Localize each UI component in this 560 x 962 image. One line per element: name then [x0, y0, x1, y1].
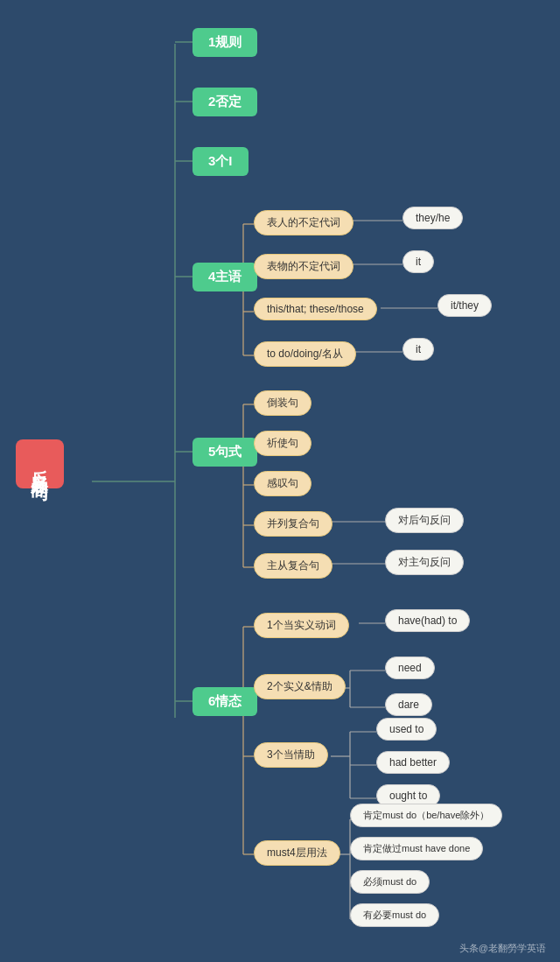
l3-node-5d: 对后句反问	[385, 508, 464, 533]
l3-node-6b1: need	[385, 657, 435, 679]
l2-node-6b: 2个实义&情助	[254, 674, 346, 699]
l1-node-5: 5句式	[192, 438, 257, 467]
l2-node-6d: must4层用法	[254, 840, 340, 866]
mind-map: 反义疑问句 1规则 2否定 3个I 4主语 5句式 6情态 表人的不定代词 表物…	[0, 0, 560, 962]
l3-node-5e: 对主句反问	[385, 550, 464, 575]
l2-node-5a: 倒装句	[254, 390, 312, 416]
l3-node-4a: they/he	[402, 207, 463, 229]
l2-node-4d: to do/doing/名从	[254, 341, 356, 367]
l3-node-6d2: 肯定做过must have done	[350, 837, 483, 860]
l3-node-6d3: 必须must do	[350, 870, 430, 894]
l2-node-5b: 祈使句	[254, 431, 312, 456]
l2-node-6a: 1个当实义动词	[254, 613, 349, 638]
l3-node-6a: have(had) to	[385, 609, 470, 632]
l2-node-6c: 3个当情助	[254, 742, 328, 768]
l3-node-4c: it/they	[438, 294, 492, 317]
l3-node-6c2: had better	[376, 751, 450, 774]
l2-node-4a: 表人的不定代词	[254, 210, 354, 235]
l1-node-6: 6情态	[192, 687, 257, 716]
l3-node-4b: it	[402, 250, 434, 273]
l3-node-6d1: 肯定must do（be/have除外）	[350, 804, 502, 827]
l1-node-4: 4主语	[192, 263, 257, 291]
l2-node-4c: this/that; these/those	[254, 298, 377, 320]
l2-node-5e: 主从复合句	[254, 553, 332, 579]
l3-node-6c1: used to	[376, 718, 437, 741]
l2-node-5c: 感叹句	[254, 471, 312, 496]
l3-node-6d4: 有必要must do	[350, 903, 439, 927]
l1-node-2: 2否定	[192, 88, 257, 116]
l3-node-4d: it	[402, 338, 434, 361]
l3-node-6b2: dare	[385, 693, 432, 716]
l2-node-4b: 表物的不定代词	[254, 254, 354, 279]
l2-node-5d: 并列复合句	[254, 511, 332, 537]
l1-node-1: 1规则	[192, 28, 257, 57]
root-node: 反义疑问句	[16, 439, 64, 488]
l1-node-3: 3个I	[192, 147, 248, 176]
